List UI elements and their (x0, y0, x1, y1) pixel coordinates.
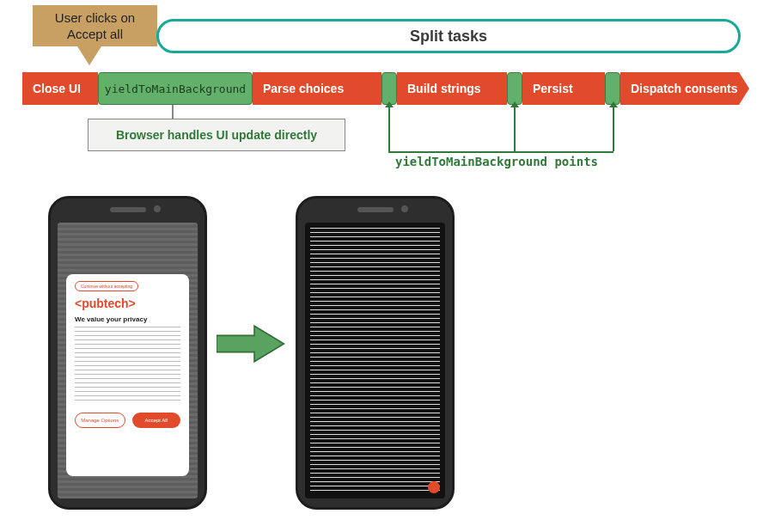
yield-point-1 (382, 72, 397, 105)
vendor-logo: <pubtech> (75, 297, 180, 310)
yield-arrow-3 (613, 107, 614, 151)
task-persist-label: Persist (533, 82, 573, 95)
yield-main-chip: yieldToMainBackground (98, 72, 253, 105)
page-content-text (310, 228, 440, 493)
phone-camera-dot (401, 205, 408, 212)
continue-without-pill[interactable]: Continue without accepting (75, 281, 138, 291)
task-dispatch-consents: Dispatch consents (620, 72, 739, 105)
yield-arrow-2 (514, 107, 516, 151)
phone-camera-dot (154, 205, 161, 212)
svg-marker-0 (217, 326, 284, 362)
callout-tail (77, 46, 101, 65)
phone-notch (110, 207, 146, 212)
phone-before-screen: Continue without accepting <pubtech> We … (58, 223, 198, 498)
split-tasks-pill: Split tasks (156, 19, 741, 53)
yield-point-2 (507, 72, 522, 105)
consent-buttons-row: Manage Options Accept All (75, 413, 180, 428)
transition-arrow-icon (217, 318, 285, 370)
browser-handles-box: Browser handles UI update directly (88, 119, 345, 151)
task-timeline: Close UI yieldToMainBackground Parse cho… (22, 72, 749, 105)
consent-body-text (75, 327, 180, 404)
task-build-strings-label: Build strings (407, 82, 481, 95)
phone-after-screen (305, 223, 445, 498)
yield-main-chip-label: yieldToMainBackground (105, 83, 246, 95)
manage-options-label: Manage Options (81, 418, 119, 423)
phone-notch (357, 207, 394, 212)
manage-options-button[interactable]: Manage Options (75, 413, 125, 428)
task-parse-choices-label: Parse choices (263, 82, 344, 95)
accept-all-button[interactable]: Accept All (132, 413, 181, 428)
consent-headline: We value your privacy (75, 315, 180, 323)
split-tasks-label: Split tasks (410, 28, 487, 45)
handles-connector (172, 105, 174, 119)
user-action-callout: User clicks on Accept all (33, 5, 157, 46)
status-dot-icon (428, 481, 440, 493)
task-close-ui-label: Close UI (33, 82, 81, 95)
yield-points-label-text: yieldToMainBackground points (395, 155, 598, 168)
yield-points-label: yieldToMainBackground points (395, 155, 598, 168)
callout-line-2: Accept all (67, 27, 123, 41)
yield-point-3 (605, 72, 620, 105)
accept-all-label: Accept All (145, 418, 168, 423)
task-persist: Persist (522, 72, 605, 105)
task-close-ui: Close UI (22, 72, 98, 105)
yield-arrow-1 (388, 107, 390, 151)
task-dispatch-consents-label: Dispatch consents (631, 82, 737, 95)
task-build-strings: Build strings (397, 72, 507, 105)
continue-without-label: Continue without accepting (81, 284, 132, 289)
yield-arrow-connector (388, 151, 613, 153)
phone-after (296, 196, 455, 510)
callout-line-1: User clicks on (55, 10, 135, 25)
consent-dialog: Continue without accepting <pubtech> We … (66, 274, 189, 476)
phone-before: Continue without accepting <pubtech> We … (48, 196, 207, 510)
task-parse-choices: Parse choices (253, 72, 382, 105)
browser-handles-label: Browser handles UI update directly (116, 128, 317, 142)
